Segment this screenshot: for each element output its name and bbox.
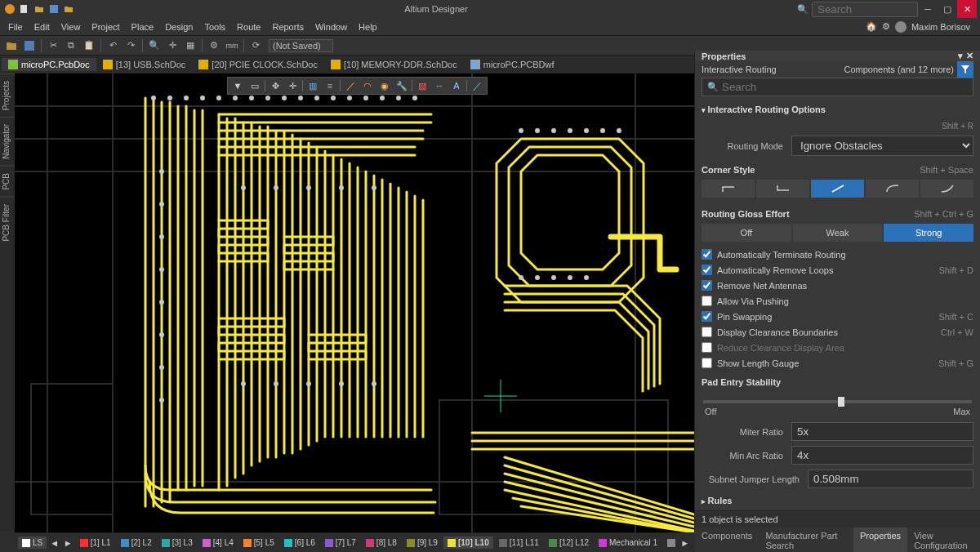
tb-refresh-icon[interactable]: ⟳ (247, 38, 264, 54)
layer-tab-2[interactable]: [3] L3 (158, 536, 197, 549)
rail-projects[interactable]: Projects (0, 73, 15, 117)
layer-next[interactable]: ► (62, 536, 74, 550)
tb-zoom-icon[interactable]: 🔍 (146, 38, 163, 54)
panel-pin-icon[interactable]: ▾ (958, 51, 963, 61)
new-icon[interactable] (18, 2, 31, 16)
rail-pcb-filter[interactable]: PCB Filter (0, 197, 15, 248)
btab-properties[interactable]: Properties (853, 528, 907, 552)
tab-dwf[interactable]: microPC.PCBDwf (464, 58, 561, 71)
hud-via-icon[interactable]: ◉ (376, 78, 393, 93)
check-7-box[interactable] (702, 358, 712, 368)
corner-45[interactable] (811, 180, 864, 198)
corner-90[interactable] (702, 180, 755, 198)
section-routing-options[interactable]: Interactive Routing Options (695, 100, 980, 119)
check-4[interactable]: Pin SwappingShift + C (695, 309, 980, 324)
avatar[interactable] (895, 21, 906, 33)
menu-project[interactable]: Project (87, 20, 124, 33)
close-button[interactable]: ✕ (957, 0, 977, 18)
miter-input[interactable] (791, 422, 973, 441)
filter-button[interactable] (957, 61, 973, 78)
rail-pcb[interactable]: PCB (0, 166, 15, 197)
tb-redo-icon[interactable]: ↷ (122, 38, 139, 54)
corner-arc2[interactable] (920, 180, 973, 198)
menu-help[interactable]: Help (354, 20, 382, 33)
layer-tab-7[interactable]: [8] L8 (362, 536, 401, 549)
properties-search-input[interactable] (722, 81, 968, 93)
hud-arc-icon[interactable]: ◠ (359, 78, 376, 93)
menu-edit[interactable]: Edit (29, 20, 55, 33)
layer-tab-12[interactable]: Mechanical 1 (595, 536, 662, 549)
layer-scroll-right[interactable]: ► (679, 536, 691, 550)
corner-90r[interactable] (756, 180, 809, 198)
btab-viewconfig[interactable]: View Configuration (907, 528, 980, 552)
layer-tab-13[interactable]: Mechanical 2 (663, 536, 677, 549)
check-1[interactable]: Automatically Remove LoopsShift + D (695, 262, 980, 278)
tb-save-icon[interactable] (21, 38, 38, 54)
scope-label[interactable]: Components (and 12 more) (844, 65, 954, 74)
layer-tab-5[interactable]: [6] L6 (280, 536, 319, 549)
hud-key-icon[interactable]: 🔧 (394, 78, 410, 93)
tab-pcbdoc[interactable]: microPC.PcbDoc (2, 58, 96, 71)
tb-copy-icon[interactable]: ⧉ (63, 38, 79, 54)
hud-align-icon[interactable]: ▥ (305, 78, 321, 93)
corner-arc[interactable] (866, 180, 919, 198)
tab-usb[interactable]: [13] USB.SchDoc (96, 58, 193, 71)
btab-mfr[interactable]: Manufacturer Part Search (759, 528, 853, 552)
minimize-button[interactable]: ─ (918, 0, 938, 18)
pad-entry-slider[interactable] (703, 400, 972, 403)
save-status[interactable]: (Not Saved) (269, 39, 333, 52)
layer-tab-8[interactable]: [9] L9 (403, 536, 442, 549)
menu-place[interactable]: Place (127, 20, 159, 33)
check-5[interactable]: Display Clearance BoundariesCtrl + W (695, 324, 980, 340)
check-6-box[interactable] (702, 342, 712, 353)
arc-input[interactable] (791, 446, 973, 465)
hud-filter-icon[interactable]: ▼ (229, 78, 246, 93)
hud-note-icon[interactable]: ▧ (414, 78, 430, 93)
rail-navigator[interactable]: Navigator (0, 117, 15, 166)
menu-tools[interactable]: Tools (199, 20, 230, 33)
gear-icon[interactable]: ⚙ (882, 21, 890, 32)
menu-view[interactable]: View (56, 20, 86, 33)
hud-move-icon[interactable]: ✥ (267, 78, 283, 93)
layer-set[interactable]: LS (18, 536, 47, 549)
save-icon[interactable] (47, 2, 60, 16)
layer-tab-9[interactable]: [10] L10 (443, 536, 493, 549)
section-rules[interactable]: Rules (695, 491, 980, 510)
open-icon[interactable] (33, 2, 46, 16)
menu-route[interactable]: Route (232, 20, 265, 33)
folder-icon[interactable] (62, 2, 75, 16)
routing-mode-select[interactable]: Ignore Obstacles (791, 136, 973, 156)
pcb-canvas[interactable]: ▼ ▭ ✥ ✛ ▥ ≡ ／ ◠ ◉ 🔧 ▧ ↔ A ／ (15, 73, 694, 532)
tb-units-icon[interactable]: mm (224, 38, 240, 54)
check-3-box[interactable] (702, 296, 712, 306)
gloss-off[interactable]: Off (702, 224, 791, 242)
gloss-weak[interactable]: Weak (793, 224, 883, 242)
hud-line-icon[interactable]: ／ (342, 78, 359, 93)
panel-close-icon[interactable]: ✕ (966, 51, 973, 61)
hud-select-icon[interactable]: ▭ (247, 78, 263, 93)
tb-grid-icon[interactable]: ▦ (182, 38, 198, 54)
check-0-box[interactable] (702, 249, 712, 260)
btab-components[interactable]: Components (695, 528, 759, 552)
check-5-box[interactable] (702, 327, 712, 337)
check-2[interactable]: Remove Net Antennas (695, 278, 980, 293)
check-4-box[interactable] (702, 311, 712, 322)
hud-dim-icon[interactable]: ↔ (431, 78, 448, 93)
layer-prev[interactable]: ◄ (48, 536, 60, 550)
layer-tab-1[interactable]: [2] L2 (117, 536, 156, 549)
user-name[interactable]: Maxim Borisov (911, 22, 970, 32)
layer-tab-0[interactable]: [1] L1 (76, 536, 115, 549)
layer-tab-3[interactable]: [4] L4 (198, 536, 238, 549)
check-6[interactable]: Reduce Clearance Display Area (695, 340, 980, 355)
menu-reports[interactable]: Reports (267, 20, 309, 33)
global-search-input[interactable] (812, 2, 918, 17)
gloss-strong[interactable]: Strong (884, 224, 973, 242)
layer-tab-10[interactable]: [11] L11 (495, 536, 543, 549)
home-icon[interactable]: 🏠 (866, 21, 877, 32)
hud-route-icon[interactable]: ／ (469, 78, 485, 93)
tb-cut-icon[interactable]: ✂ (45, 38, 61, 54)
tb-open-icon[interactable] (3, 38, 20, 54)
check-1-box[interactable] (702, 265, 712, 275)
maximize-button[interactable]: ▢ (938, 0, 957, 18)
hud-dist-icon[interactable]: ≡ (322, 78, 338, 93)
